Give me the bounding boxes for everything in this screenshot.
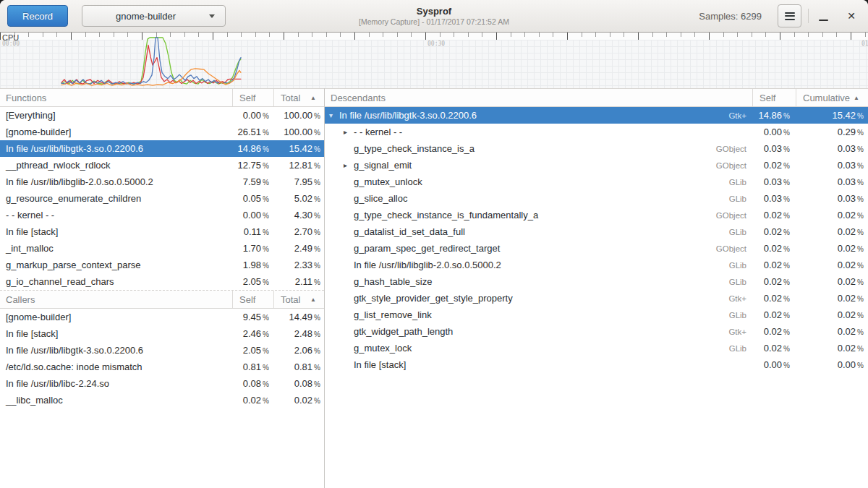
caller-row[interactable]: In file /usr/lib/libgtk-3.so.0.2200.62.0… [0,342,324,359]
descendant-row[interactable]: g_mutex_lockGLib0.02%0.02% [325,340,868,356]
self-percent: 0.05% [232,193,273,204]
library-tag: GLib [729,178,752,187]
cumulative-percent-value: 0.02 [838,276,856,287]
descendant-row[interactable]: g_type_check_instance_is_aGObject0.03%0.… [325,140,868,157]
self-percent: 0.02% [752,260,796,270]
total-percent-value: 2.11 [295,276,312,287]
close-icon: ✕ [847,11,856,21]
percent-sign: % [314,397,320,405]
percent-sign: % [783,345,790,353]
cumulative-percent: 0.03% [796,193,868,204]
percent-sign: % [783,212,790,220]
descendant-row[interactable]: gtk_style_provider_get_style_propertyGtk… [325,290,868,307]
self-percent-value: 1.98 [243,260,261,270]
descendant-name: - - kernel - - [354,127,402,137]
self-percent: 0.02% [752,210,796,221]
percent-sign: % [857,145,864,153]
headerbar-separator [808,9,809,23]
descendant-row[interactable]: gtk_widget_path_lengthGtk+0.02%0.02% [325,323,868,340]
callers-self-column-header[interactable]: Self [232,291,273,308]
caller-row-name: __libc_malloc [0,395,232,406]
functions-column-header[interactable]: Functions [0,93,232,103]
descendants-self-column-header[interactable]: Self [752,89,796,106]
target-process-label: gnome-builder [82,11,209,22]
total-percent: 2.11% [273,276,324,287]
minimize-button[interactable] [813,4,833,27]
cumulative-percent-value: 0.02 [838,293,856,304]
cumulative-percent-value: 0.02 [838,226,856,237]
function-row[interactable]: In file /usr/lib/libglib-2.0.so.0.5000.2… [0,174,324,190]
percent-sign: % [857,328,864,336]
function-row[interactable]: __pthread_rwlock_rdlock12.75%12.81% [0,157,324,174]
function-row[interactable]: In file /usr/lib/libgtk-3.so.0.2200.614.… [0,140,324,157]
descendant-row[interactable]: g_datalist_id_set_data_fullGLib0.02%0.02… [325,223,868,240]
percent-sign: % [857,312,864,320]
descendants-cumulative-column-header[interactable]: Cumulative ▲ [796,89,868,106]
descendant-row[interactable]: g_mutex_unlockGLib0.03%0.03% [325,174,868,190]
descendant-row[interactable]: g_slice_allocGLib0.03%0.03% [325,190,868,207]
callers-total-column-header[interactable]: Total ▲ [273,291,324,308]
functions-total-column-header[interactable]: Total ▲ [273,89,324,106]
descendant-row[interactable]: ▸- - kernel - -0.00%0.29% [325,124,868,140]
descendant-name: g_hash_table_size [354,276,432,287]
function-row[interactable]: In file [stack]0.11%2.70% [0,223,324,240]
function-row[interactable]: g_resource_enumerate_children0.05%5.02% [0,190,324,207]
caller-row[interactable]: [gnome-builder]9.45%14.49% [0,309,324,325]
descendant-row[interactable]: In file [stack]0.00%0.00% [325,356,868,373]
function-row[interactable]: g_markup_parse_context_parse1.98%2.33% [0,257,324,273]
total-percent: 4.30% [273,210,324,221]
descendant-row[interactable]: g_hash_table_sizeGLib0.02%0.02% [325,273,868,290]
descendant-name: gtk_style_provider_get_style_property [354,293,513,304]
percent-sign: % [314,212,320,220]
cumulative-percent: 0.02% [796,210,868,221]
descendant-row[interactable]: ▾In file /usr/lib/libgtk-3.so.0.2200.6Gt… [325,107,868,124]
percent-sign: % [857,195,864,203]
expander-icon[interactable]: ▸ [344,128,354,136]
menu-button[interactable] [778,4,801,27]
descendant-row[interactable]: g_list_remove_linkGLib0.02%0.02% [325,307,868,323]
descendant-name-cell: g_mutex_unlock [325,176,729,187]
descendant-name: In file /usr/lib/libglib-2.0.so.0.5000.2 [354,260,501,270]
self-percent-value: 0.02 [764,309,782,320]
total-percent: 2.06% [273,345,324,356]
total-percent-value: 2.33 [294,260,312,270]
percent-sign: % [857,212,864,220]
function-row[interactable]: - - kernel - -0.00%4.30% [0,207,324,223]
descendant-row[interactable]: g_param_spec_get_redirect_targetGObject0… [325,240,868,257]
function-row[interactable]: [Everything]0.00%100.00% [0,107,324,124]
caller-row[interactable]: __libc_malloc0.02%0.02% [0,392,324,408]
library-tag: GObject [716,145,752,153]
descendant-row[interactable]: ▸g_signal_emitGObject0.02%0.03% [325,157,868,174]
descendants-column-header[interactable]: Descendants [325,93,752,103]
caller-row[interactable]: In file [stack]2.46%2.48% [0,325,324,342]
percent-sign: % [314,330,320,338]
function-row-name: In file [stack] [0,226,232,237]
percent-sign: % [263,364,269,372]
function-row[interactable]: [gnome-builder]26.51%100.00% [0,124,324,140]
header-bar: Record gnome-builder Sysprof [Memory Cap… [0,0,868,33]
percent-sign: % [314,179,320,187]
expander-icon[interactable]: ▾ [329,111,339,119]
self-percent: 0.03% [752,176,796,187]
percent-sign: % [314,347,320,355]
percent-sign: % [263,195,269,203]
self-percent-value: 0.02 [764,160,782,171]
callers-column-header[interactable]: Callers [0,294,232,305]
descendant-row[interactable]: g_type_check_instance_is_fundamentally_a… [325,207,868,223]
self-percent: 0.00% [752,359,796,370]
function-row[interactable]: _int_malloc1.70%2.49% [0,240,324,257]
library-tag: Gtk+ [728,111,752,120]
functions-self-column-header[interactable]: Self [232,89,273,106]
close-button[interactable]: ✕ [841,4,861,27]
cpu-timeline[interactable]: CPU 00:0000:3001:00 [0,33,868,88]
caller-row[interactable]: /etc/ld.so.cache: inode mismatch0.81%0.8… [0,359,324,375]
descendant-row[interactable]: In file /usr/lib/libglib-2.0.so.0.5000.2… [325,257,868,273]
caller-row[interactable]: In file /usr/lib/libc-2.24.so0.08%0.08% [0,375,324,392]
expander-icon[interactable]: ▸ [344,161,354,169]
target-process-dropdown[interactable]: gnome-builder [82,5,226,27]
function-row[interactable]: g_io_channel_read_chars2.05%2.11% [0,273,324,290]
record-button[interactable]: Record [7,5,68,27]
library-tag: GObject [716,161,752,170]
self-percent-value: 0.05 [243,193,261,204]
total-percent-value: 5.02 [294,193,312,204]
